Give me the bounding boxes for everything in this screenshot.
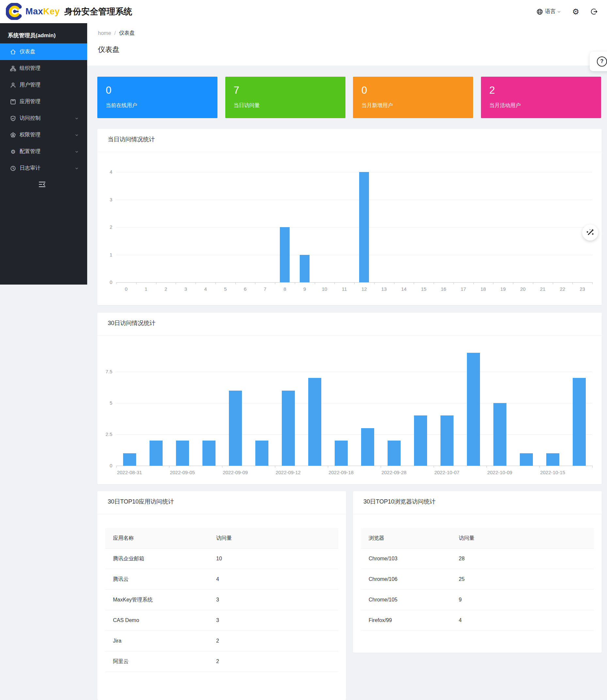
chevron-down-icon <box>75 116 79 121</box>
x-axis-tick <box>315 282 315 284</box>
breadcrumb: home / 仪表盘 <box>98 30 134 37</box>
chevron-down-icon <box>75 166 79 171</box>
stat-value: 7 <box>234 85 239 96</box>
x-axis-tick <box>592 466 593 468</box>
y-axis-tick-label: 7.5 <box>97 369 112 374</box>
x-axis-tick-label: 21 <box>540 286 546 292</box>
x-axis-tick-label: 23 <box>580 286 585 292</box>
bar <box>149 441 163 466</box>
x-axis-tick-label: 2022-09-09 <box>223 469 248 475</box>
x-axis-tick-label: 2022-09-28 <box>381 469 406 475</box>
clock-icon <box>10 165 16 172</box>
bar <box>573 378 586 466</box>
brand: MaxKey 身份安全管理系统 <box>6 3 132 20</box>
cell-value: 10 <box>216 556 222 562</box>
bar <box>361 428 374 466</box>
sidebar-item-label: 组织管理 <box>20 65 41 72</box>
sidebar-item-label: 用户管理 <box>20 82 41 88</box>
cell-name: Chrome/103 <box>369 556 397 562</box>
monthly-visits-chart[interactable]: 02.557.52022-08-312022-09-052022-09-0920… <box>97 313 602 484</box>
sidebar-item-apps[interactable]: 应用管理 <box>0 93 87 110</box>
sidebar-item-dashboard[interactable]: 仪表盘 <box>0 43 87 60</box>
table-row: Chrome/106 25 <box>361 569 594 590</box>
table-row: Chrome/105 9 <box>361 590 594 610</box>
sidebar-item-audit[interactable]: 日志审计 <box>0 160 87 177</box>
x-axis-tick-label: 1 <box>145 286 147 292</box>
sidebar-item-users[interactable]: 用户管理 <box>0 77 87 93</box>
bar <box>388 441 401 466</box>
sidebar-item-permissions[interactable]: 权限管理 <box>0 127 87 143</box>
stat-label: 当月活动用户 <box>489 102 521 109</box>
x-axis-tick <box>136 282 137 284</box>
org-icon <box>10 65 16 72</box>
x-axis-tick <box>255 282 255 284</box>
logout-icon <box>590 8 598 15</box>
home-icon <box>10 49 16 55</box>
settings-button[interactable]: ⚙ <box>572 8 579 16</box>
menu-fold-icon[interactable] <box>38 180 46 189</box>
breadcrumb-home-link[interactable]: home <box>98 30 111 36</box>
bar <box>203 441 215 466</box>
chevron-down-icon <box>75 133 79 137</box>
y-axis-tick-label: 4 <box>97 169 112 175</box>
x-axis-tick-label: 6 <box>244 286 247 292</box>
sidebar-item-config[interactable]: ⚙ 配置管理 <box>0 143 87 160</box>
cell-name: Firefox/99 <box>369 617 392 623</box>
x-axis-tick <box>513 282 513 284</box>
language-button[interactable]: 语言 <box>536 8 561 15</box>
cell-value: 4 <box>459 617 462 623</box>
column-header: 浏览器 <box>369 535 384 542</box>
column-header: 访问量 <box>459 535 475 542</box>
bar <box>494 403 506 466</box>
brand-name: MaxKey <box>25 6 60 17</box>
config-gear-icon: ⚙ <box>10 149 16 155</box>
monthly-visits-panel: 30日访问情况统计 02.557.52022-08-312022-09-0520… <box>97 313 602 484</box>
daily-visits-chart[interactable]: 0123401234567891011121314151617181920212… <box>97 129 602 305</box>
stat-card-new-users: 0 当月新增用户 <box>353 77 473 118</box>
top-apps-title: 30日TOP10应用访问统计 <box>108 498 174 505</box>
magic-wand-icon <box>586 228 594 237</box>
x-axis-tick-label: 14 <box>401 286 407 292</box>
y-axis-tick-label: 3 <box>97 197 112 202</box>
cell-value: 2 <box>216 638 219 644</box>
x-axis-tick-label: 15 <box>421 286 426 292</box>
table-header-row: 浏览器 访问量 <box>361 528 594 549</box>
x-axis-tick-label: 18 <box>481 286 486 292</box>
x-axis-tick-label: 9 <box>304 286 306 292</box>
x-axis-tick-label: 2 <box>165 286 167 292</box>
cell-name: 阿里云 <box>113 658 129 665</box>
stat-card-active-users: 2 当月活动用户 <box>481 77 601 118</box>
sidebar-item-label: 日志审计 <box>20 165 41 172</box>
x-axis-tick <box>414 282 414 284</box>
stat-value: 0 <box>361 85 367 96</box>
sidebar-item-org[interactable]: 组织管理 <box>0 60 87 77</box>
table-row: Chrome/103 28 <box>361 549 594 569</box>
x-axis-tick <box>374 282 375 284</box>
sidebar-user-label: 系统管理员(admin) <box>8 32 56 39</box>
chevron-down-icon <box>75 150 79 154</box>
x-axis-tick-label: 2022-10-09 <box>487 469 512 475</box>
x-axis-tick <box>454 282 454 284</box>
x-axis-tick <box>222 466 222 468</box>
gridline <box>116 227 592 227</box>
y-axis-tick-label: 0 <box>97 463 112 468</box>
x-axis-tick <box>572 282 573 284</box>
x-axis-tick <box>295 282 295 284</box>
bar <box>414 415 427 466</box>
x-axis-tick <box>394 282 394 284</box>
help-button[interactable]: ? <box>590 51 607 71</box>
gridline <box>116 434 592 435</box>
stat-card-online-users: 0 当前在线用户 <box>97 77 217 118</box>
magic-wand-button[interactable] <box>582 224 598 241</box>
logout-button[interactable] <box>590 8 598 15</box>
x-axis-tick <box>553 282 553 284</box>
sidebar-item-access[interactable]: 访问控制 <box>0 110 87 127</box>
x-axis-tick <box>434 466 434 468</box>
cell-value: 25 <box>459 576 465 582</box>
cell-name: Jira <box>113 638 122 644</box>
gridline <box>116 255 592 255</box>
x-axis-tick <box>354 282 355 284</box>
x-axis-tick-label: 2022-10-15 <box>540 469 565 475</box>
bar <box>308 378 321 466</box>
bar <box>229 391 242 466</box>
